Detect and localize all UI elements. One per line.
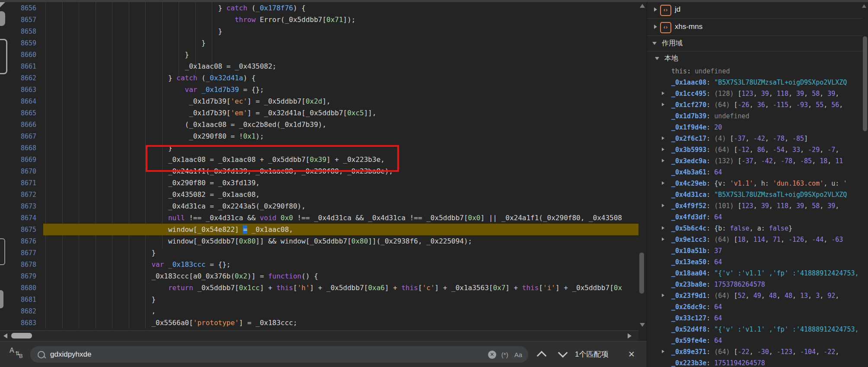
line-number[interactable]: 8656 xyxy=(0,3,43,14)
line-number[interactable]: 8668 xyxy=(0,142,43,154)
code-line[interactable]: 8676 window[_0x5ddbb7[0x80]] && window[_… xyxy=(0,235,638,247)
code-line[interactable]: 8671 _0x290f80 = _0x3fd139, xyxy=(0,177,638,189)
code-line[interactable]: 8658 } xyxy=(0,25,638,37)
scope-variable-row[interactable]: _0x1aac08: "B5X7S3L78UZMzsaTL+oigD9SXpo2… xyxy=(647,77,861,88)
code-line[interactable]: 8678 var _0x183ccc = {}; xyxy=(0,259,638,270)
line-number[interactable]: 8676 xyxy=(0,236,43,247)
previous-match-button[interactable] xyxy=(537,351,547,361)
code-line[interactable]: 8665 _0x1d7b39['em'] = _0x32d41a[_0x5ddb… xyxy=(0,107,638,119)
scope-variable-row[interactable]: _0x4fd3df: 64 xyxy=(647,212,861,223)
scroll-right-arrow-icon[interactable] xyxy=(628,333,632,339)
horizontal-scrollbar-thumb[interactable] xyxy=(11,333,32,339)
code-line[interactable]: 8657 throw Error(_0x5ddbb7[0x71]); xyxy=(0,14,638,25)
close-search-button[interactable]: ✕ xyxy=(628,342,635,367)
scope-variable-row[interactable]: _0x26dc9c: 64 xyxy=(647,301,861,313)
code-line[interactable]: 8682 , xyxy=(0,305,638,317)
code-viewport[interactable]: 8656 } catch (_0x178f76) {8657 throw Err… xyxy=(0,2,638,330)
code-line[interactable]: 8662 } catch (_0x32d41a) { xyxy=(0,72,638,84)
search-input[interactable] xyxy=(49,350,488,359)
scroll-down-arrow-icon[interactable] xyxy=(640,323,645,327)
scroll-up-arrow-icon[interactable] xyxy=(640,4,645,8)
scope-variable-row[interactable]: _0x223b3e: 1751194264578 xyxy=(647,358,861,367)
line-number[interactable]: 8662 xyxy=(0,73,43,84)
scope-variable-row[interactable]: _0x4c29eb: {v: 'v1.1', h: 'dun.163.com',… xyxy=(647,178,861,189)
scope-local-header[interactable]: 本地 xyxy=(647,51,862,66)
code-line[interactable]: 8667 _0x290f80 = !0x1); xyxy=(0,130,638,142)
next-match-button[interactable] xyxy=(558,348,568,358)
regex-toggle-button[interactable]: (*) xyxy=(501,351,508,358)
code-line[interactable]: 8664 _0x1d7b39['ec'] = _0x5ddbb7[0x2d], xyxy=(0,95,638,107)
line-number[interactable]: 8666 xyxy=(0,119,43,131)
vertical-scrollbar-thumb[interactable] xyxy=(639,253,644,294)
scroll-up-arrow-icon[interactable] xyxy=(862,4,866,8)
chevron-down-icon[interactable] xyxy=(655,57,659,60)
expand-arrow-icon[interactable] xyxy=(662,204,664,207)
sidebar-item-xhs-mns[interactable]: ‹› xhs-mns xyxy=(647,18,862,36)
expand-arrow-icon[interactable] xyxy=(662,103,664,106)
scope-variable-row[interactable]: _0x52d4f8: "{'v' :'v1.1' ,'fp' :'4188891… xyxy=(647,324,861,335)
line-number[interactable]: 8671 xyxy=(0,177,43,189)
code-line[interactable]: 8680 return _0x5ddbb7[0x1cc] + this['h']… xyxy=(0,282,638,294)
code-line[interactable]: 8681 } xyxy=(0,294,638,305)
code-line[interactable]: 8673 _0x4d31ca = _0x2243a5(_0x290f80), xyxy=(0,200,638,212)
expand-arrow-icon[interactable] xyxy=(662,294,664,297)
line-number[interactable]: 8682 xyxy=(0,306,43,317)
scope-variable-row[interactable]: _0x23ba8e: 1753786264578 xyxy=(647,279,861,290)
line-number[interactable]: 8663 xyxy=(0,84,43,96)
line-number[interactable]: 8669 xyxy=(0,154,43,166)
scope-variable-row[interactable]: _0x2f6c17: (4) [-37, -42, -78, -85] xyxy=(647,133,861,144)
code-line[interactable]: 8656 } catch (_0x178f76) { xyxy=(0,2,638,14)
vertical-scrollbar-thumb[interactable] xyxy=(863,36,867,131)
scope-variable-row[interactable]: _0x89e371: (64) [-22, -30, -123, -104, -… xyxy=(647,346,861,358)
expand-arrow-icon[interactable] xyxy=(662,181,664,185)
scope-variable-row[interactable]: _0x59fe4e: 64 xyxy=(647,335,861,346)
scope-variable-row[interactable]: _0x4b3a61: 64 xyxy=(647,167,861,178)
line-number[interactable]: 8672 xyxy=(0,189,43,201)
line-number[interactable]: 8657 xyxy=(0,14,43,26)
line-number[interactable]: 8681 xyxy=(0,294,43,306)
scope-variable-row[interactable]: _0x1cf270: (64) [-26, 36, -115, -93, 55,… xyxy=(647,99,861,111)
line-number[interactable]: 8674 xyxy=(0,212,43,224)
line-number[interactable]: 8683 xyxy=(0,317,43,329)
match-case-toggle-button[interactable]: Aa xyxy=(514,351,522,358)
line-number[interactable]: 8664 xyxy=(0,96,43,108)
chevron-right-icon[interactable] xyxy=(654,25,657,29)
expand-arrow-icon[interactable] xyxy=(662,237,664,241)
code-line[interactable]: 8674 null !== _0x4d31ca && void 0x0 !== … xyxy=(0,212,638,224)
code-line[interactable]: 8659 } xyxy=(0,37,638,49)
line-number[interactable]: 8667 xyxy=(0,131,43,142)
code-line[interactable]: 8663 var _0x1d7b39 = {}; xyxy=(0,84,638,95)
scope-variable-row[interactable]: this: undefined xyxy=(647,66,861,77)
chevron-right-icon[interactable] xyxy=(654,7,657,12)
scope-section-header[interactable]: 作用域 xyxy=(647,35,862,51)
line-number[interactable]: 8678 xyxy=(0,259,43,271)
expand-arrow-icon[interactable] xyxy=(662,350,664,353)
chevron-down-icon[interactable] xyxy=(652,42,657,45)
line-number[interactable]: 8665 xyxy=(0,108,43,119)
line-number[interactable]: 8677 xyxy=(0,247,43,259)
scope-variable-row[interactable]: _0x1f9d4e: 20 xyxy=(647,122,861,133)
scope-variable-row[interactable]: _0x1cc495: (128) [123, 39, 118, 39, 58, … xyxy=(647,88,861,99)
scope-variable-row[interactable]: _0x1d7b39: undefined xyxy=(647,111,861,122)
expand-arrow-icon[interactable] xyxy=(662,92,664,95)
horizontal-scrollbar[interactable] xyxy=(0,330,638,342)
scope-variable-row[interactable]: _0x4f9f52: (101) [123, 39, 118, 39, 58, … xyxy=(647,200,861,212)
line-number[interactable]: 8680 xyxy=(0,282,43,294)
line-number[interactable]: 8658 xyxy=(0,26,43,38)
scope-variable-row[interactable]: _0x18aa04: "{'v' :'v1.1' ,'fp' :'4188891… xyxy=(647,268,861,279)
expand-arrow-icon[interactable] xyxy=(662,159,664,162)
code-line[interactable]: 8677 } xyxy=(0,247,638,259)
line-number[interactable]: 8670 xyxy=(0,166,43,177)
line-number[interactable]: 8673 xyxy=(0,201,43,212)
search-field[interactable]: ✕ (*) Aa xyxy=(30,346,528,363)
expand-arrow-icon[interactable] xyxy=(662,148,664,151)
code-line[interactable]: 8683 _0x5566a0['prototype'] = _0x183ccc; xyxy=(0,317,638,329)
scope-variable-row[interactable]: _0x3edc9a: (132) [-37, -42, -78, -85, 18… xyxy=(647,155,861,167)
replace-toggle-icon[interactable]: A ⇅ B xyxy=(10,347,25,362)
code-line[interactable]: 8675 window[_0x54e822] = _0x1aac08, xyxy=(0,224,638,235)
code-line[interactable]: 8679 _0x183ccc[a0_0x376b(0x2)] = functio… xyxy=(0,270,638,282)
scope-variable-row[interactable]: _0x33c127: 64 xyxy=(647,313,861,324)
code-line[interactable]: 8666 (_0x1aac08 = _0xc2b8ed(_0x1d7b39), xyxy=(0,119,638,130)
clear-search-icon[interactable]: ✕ xyxy=(488,351,496,359)
code-line[interactable]: 8672 _0x435082 = _0x1aac08, xyxy=(0,189,638,200)
